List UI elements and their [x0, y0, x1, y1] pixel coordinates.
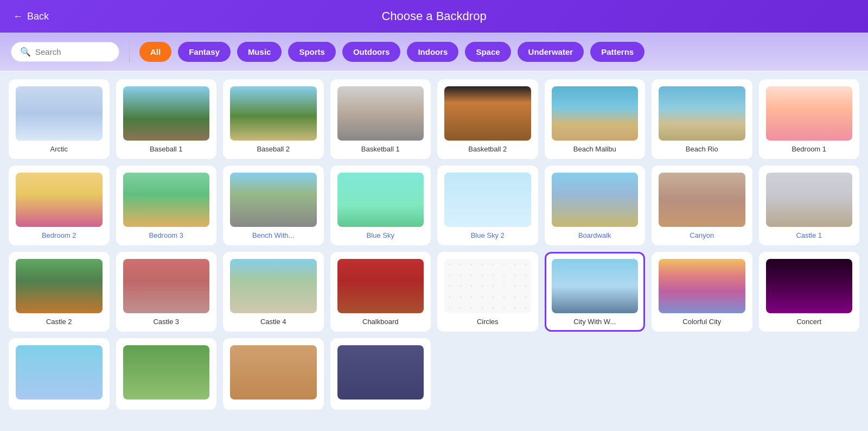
backdrop-basketball1-preview	[337, 86, 424, 141]
filter-music[interactable]: Music	[237, 42, 282, 62]
page-title: Choose a Backdrop	[381, 9, 486, 23]
backdrop-bedroom3[interactable]: Bedroom 3	[116, 166, 217, 245]
backdrop-bedroom2-label: Bedroom 2	[42, 231, 76, 239]
filter-bar: 🔍 All Fantasy Music Sports Outdoors Indo…	[0, 33, 868, 71]
backdrop-blue-sky-preview	[337, 173, 424, 227]
backdrop-bedroom1[interactable]: Bedroom 1	[759, 79, 860, 159]
backdrop-grid: Arctic Baseball 1 Baseball 2 Basketball …	[9, 79, 859, 410]
backdrop-canyon[interactable]: Canyon	[652, 166, 752, 245]
backdrop-basketball1-label: Basketball 1	[361, 145, 400, 153]
backdrop-canyon-preview	[659, 173, 745, 227]
backdrop-colorful-city[interactable]: Colorful City	[652, 252, 752, 332]
backdrop-beach-malibu-preview	[552, 86, 639, 141]
backdrop-partial3-preview	[230, 345, 317, 400]
backdrop-boardwalk-label: Boardwalk	[578, 231, 611, 239]
backdrop-castle2[interactable]: Castle 2	[9, 252, 110, 332]
backdrop-circles-preview	[444, 259, 531, 313]
search-wrapper: 🔍	[11, 42, 119, 62]
backdrop-partial3[interactable]	[223, 338, 324, 410]
backdrop-castle2-preview	[16, 259, 103, 313]
backdrop-chalkboard-label: Chalkboard	[362, 318, 399, 326]
backdrop-castle4[interactable]: Castle 4	[223, 252, 324, 332]
filter-space[interactable]: Space	[465, 42, 510, 62]
search-input[interactable]	[35, 47, 111, 56]
backdrop-baseball1-label: Baseball 1	[150, 145, 183, 153]
backdrop-beach-rio[interactable]: Beach Rio	[652, 79, 752, 159]
backdrop-canyon-label: Canyon	[690, 231, 714, 239]
backdrop-bedroom2[interactable]: Bedroom 2	[9, 166, 110, 245]
backdrop-partial2-preview	[123, 345, 210, 400]
filter-underwater[interactable]: Underwater	[518, 42, 584, 62]
backdrop-basketball2-label: Basketball 2	[468, 145, 507, 153]
backdrop-city-with-w-label: City With W...	[573, 318, 616, 326]
backdrop-partial2[interactable]	[116, 338, 217, 410]
backdrop-beach-malibu[interactable]: Beach Malibu	[545, 79, 646, 159]
filter-sports[interactable]: Sports	[288, 42, 336, 62]
backdrop-baseball2[interactable]: Baseball 2	[223, 79, 324, 159]
backdrop-basketball2[interactable]: Basketball 2	[437, 79, 538, 159]
backdrop-baseball2-label: Baseball 2	[257, 145, 290, 153]
backdrop-basketball1[interactable]: Basketball 1	[330, 79, 431, 159]
backdrop-bedroom2-preview	[16, 173, 103, 227]
backdrop-colorful-city-preview	[659, 259, 745, 313]
backdrop-blue-sky-label: Blue Sky	[367, 231, 394, 239]
backdrop-concert-preview	[766, 259, 853, 313]
backdrop-castle3-label: Castle 3	[153, 318, 179, 326]
backdrop-concert[interactable]: Concert	[759, 252, 860, 332]
backdrop-circles-label: Circles	[477, 318, 499, 326]
header: ← Back Choose a Backdrop	[0, 0, 868, 33]
backdrop-partial4[interactable]	[330, 338, 431, 410]
backdrop-bedroom1-label: Bedroom 1	[792, 145, 826, 153]
backdrop-arctic[interactable]: Arctic	[9, 79, 110, 159]
backdrop-castle4-preview	[230, 259, 317, 313]
backdrop-castle2-label: Castle 2	[46, 318, 72, 326]
backdrop-beach-rio-preview	[659, 86, 745, 141]
backdrop-beach-rio-label: Beach Rio	[686, 145, 718, 153]
backdrop-baseball1[interactable]: Baseball 1	[116, 79, 217, 159]
filter-indoors[interactable]: Indoors	[407, 42, 458, 62]
backdrop-partial1[interactable]	[9, 338, 110, 410]
backdrop-baseball2-preview	[230, 86, 317, 141]
backdrop-bench-preview	[230, 173, 317, 227]
backdrop-castle1[interactable]: Castle 1	[759, 166, 860, 245]
backdrop-concert-label: Concert	[796, 318, 821, 326]
backdrop-blue-sky2[interactable]: Blue Sky 2	[437, 166, 538, 245]
backdrop-castle1-preview	[766, 173, 853, 227]
backdrop-chalkboard[interactable]: Chalkboard	[330, 252, 431, 332]
backdrop-partial4-preview	[337, 345, 424, 400]
backdrop-castle4-label: Castle 4	[260, 318, 286, 326]
backdrop-blue-sky[interactable]: Blue Sky	[330, 166, 431, 245]
backdrop-bench-label: Bench With...	[252, 231, 294, 239]
back-button[interactable]: ← Back	[13, 11, 49, 22]
backdrop-castle3[interactable]: Castle 3	[116, 252, 217, 332]
backdrop-bedroom1-preview	[766, 86, 853, 141]
backdrop-beach-malibu-label: Beach Malibu	[573, 145, 616, 153]
backdrop-bedroom3-preview	[123, 173, 210, 227]
filter-divider	[129, 41, 130, 62]
backdrop-boardwalk[interactable]: Boardwalk	[545, 166, 646, 245]
back-label: Back	[27, 11, 49, 22]
backdrop-bedroom3-label: Bedroom 3	[149, 231, 183, 239]
filter-patterns[interactable]: Patterns	[590, 42, 644, 62]
backdrop-boardwalk-preview	[552, 173, 639, 227]
backdrop-basketball2-preview	[444, 86, 531, 141]
filter-all[interactable]: All	[139, 42, 171, 62]
backdrop-castle3-preview	[123, 259, 210, 313]
backdrop-grid-container: Arctic Baseball 1 Baseball 2 Basketball …	[0, 71, 868, 431]
back-arrow-icon: ←	[13, 11, 23, 22]
search-icon: 🔍	[20, 47, 31, 57]
backdrop-colorful-city-label: Colorful City	[682, 318, 721, 326]
backdrop-arctic-label: Arctic	[50, 145, 68, 153]
backdrop-partial1-preview	[16, 345, 103, 400]
backdrop-chalkboard-preview	[337, 259, 424, 313]
backdrop-castle1-label: Castle 1	[796, 231, 822, 239]
backdrop-bench[interactable]: Bench With...	[223, 166, 324, 245]
filter-fantasy[interactable]: Fantasy	[178, 42, 231, 62]
backdrop-blue-sky2-preview	[444, 173, 531, 227]
filter-outdoors[interactable]: Outdoors	[342, 42, 401, 62]
backdrop-circles[interactable]: Circles	[437, 252, 538, 332]
backdrop-baseball1-preview	[123, 86, 210, 141]
backdrop-arctic-preview	[16, 86, 103, 141]
backdrop-city-with-w[interactable]: City With W...	[545, 252, 646, 332]
backdrop-city-with-w-preview	[552, 259, 639, 313]
